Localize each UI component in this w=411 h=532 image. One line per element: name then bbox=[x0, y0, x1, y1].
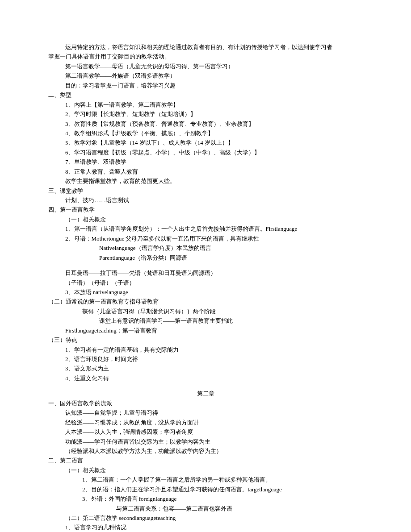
text-line: 3、教育性质【常规教育（预备教育、普通教育、专业教育）、业余教育】 bbox=[48, 119, 363, 129]
text-line: 人本派——以人为主，强调情感因素；学习者角度 bbox=[48, 427, 363, 436]
text-line: 二、类型 bbox=[48, 90, 363, 100]
text-line: 课堂上有意识的语言学习——第一语言教育主要指此 bbox=[48, 316, 363, 325]
text-line: 2、母语：Mothertongue 父母乃至多代以前一直沿用下来的语言，具有继承… bbox=[48, 234, 363, 243]
text-line bbox=[48, 383, 363, 389]
text-line: 教学主要指课堂教学，教育的范围更大些。 bbox=[48, 176, 363, 186]
text-line bbox=[48, 262, 363, 268]
text-line: 获得｛儿童语言习得（早期潜意识习得）｝两个阶段 bbox=[48, 307, 363, 316]
text-line: 2、语言环境良好，时间充裕 bbox=[48, 354, 363, 364]
text-line: 1、语言学习的几种情况 bbox=[48, 523, 363, 532]
text-line: （三）特点 bbox=[48, 335, 363, 345]
text-line: Firstlanguageteaching：第一语言教育 bbox=[48, 326, 363, 335]
text-line: 2、学习时限【长期教学、短期教学（短期培训）】 bbox=[48, 109, 363, 119]
text-line: 经验派——习惯养成；从教的角度，没从学的方面讲 bbox=[48, 418, 363, 427]
text-line: 功能派——学习任何语言皆以交际为主；以教学内容为主 bbox=[48, 437, 363, 446]
text-line: （二）第二语言教学 secondlanguageteaching bbox=[48, 513, 363, 523]
text-line: 1、内容上【第一语言教学、第二语言教学】 bbox=[48, 100, 363, 109]
text-line: 7、单语教学、双语教学 bbox=[48, 157, 363, 166]
text-line: 2、目的语：指人们正在学习并且希望通过学习获得的任何语言。targetlangu… bbox=[48, 485, 363, 494]
text-line: 第二语言教学——外族语（双语多语教学） bbox=[48, 71, 363, 80]
text-line: Parentlanguage（谱系分类）同源语 bbox=[48, 253, 363, 262]
text-line: 目的：学习者掌握一门语言，培养学习兴趣 bbox=[48, 81, 363, 90]
text-line: 四、第一语言教学 bbox=[48, 205, 363, 214]
text-line: 4、教学组织形式【班级教学（平衡、摸底）、个别教学】 bbox=[48, 129, 363, 138]
text-line: 1、第一语言（从语言学角度划分）：一个人出生之后首先接触并获得的语言。First… bbox=[48, 224, 363, 233]
text-line: 3、语文形式为主 bbox=[48, 364, 363, 373]
text-line: （经验派和人本派以教学方法为主，功能派以教学内容为主） bbox=[48, 446, 363, 456]
text-line: （一）相关概念 bbox=[48, 215, 363, 224]
text-line: 1、学习者有一定的语言基础，具有交际能力 bbox=[48, 345, 363, 354]
text-line: Nativelanguage（语言学角度）本民族的语言 bbox=[48, 243, 363, 253]
text-line: 3、本族语 nativelanguage bbox=[48, 287, 363, 297]
text-line: 4、注重文化习得 bbox=[48, 374, 363, 383]
text-line: 三、课堂教学 bbox=[48, 186, 363, 195]
text-line: 3、外语：外国的语言 foreignlanguage bbox=[48, 494, 363, 503]
text-line: 二、第二语言 bbox=[48, 456, 363, 465]
text-line: 计划、技巧……语言测试 bbox=[48, 195, 363, 205]
text-line: 第一语言教学——母语（儿童无意识的母语习得、第一语言学习） bbox=[48, 62, 363, 71]
text-line: 日耳曼语——拉丁语——梵语（梵语和日耳曼语为同源语） bbox=[48, 268, 363, 278]
text-line: 认知派——自觉掌握；儿童母语习得 bbox=[48, 408, 363, 417]
text-line: 掌握一门具体语言并用于交际目的的教学活动。 bbox=[48, 52, 363, 61]
text-line: 8、正常人教育、聋哑人教育 bbox=[48, 167, 363, 176]
chapter-heading: 第二章 bbox=[48, 389, 363, 398]
document-body: 运用特定的方法，将语言知识和相关的理论通过教育者有目的、有计划的传授给学习者，以… bbox=[48, 42, 363, 532]
text-line: 1、第二语言：一个人掌握了第一语言之后所学的另一种或多种其他语言。 bbox=[48, 475, 363, 484]
text-line: 与第二语言关系：包容——第二语言包容外语 bbox=[48, 504, 363, 513]
text-line: （二）通常说的第一语言教育专指母语教育 bbox=[48, 297, 363, 306]
text-line: 运用特定的方法，将语言知识和相关的理论通过教育者有目的、有计划的传授给学习者，以… bbox=[48, 42, 363, 52]
text-line: （子语）（母语）（子语） bbox=[48, 278, 363, 287]
text-line: 6、学习语言程度【初级（零起点、小学）、中级（中学）、高级（大学）】 bbox=[48, 148, 363, 157]
text-line: 5、教学对象【儿童教学（14 岁以下）、成人教学（14 岁以上）】 bbox=[48, 138, 363, 147]
text-line: （一）相关概念 bbox=[48, 466, 363, 475]
text-line: 一、国外语言教学的流派 bbox=[48, 399, 363, 408]
